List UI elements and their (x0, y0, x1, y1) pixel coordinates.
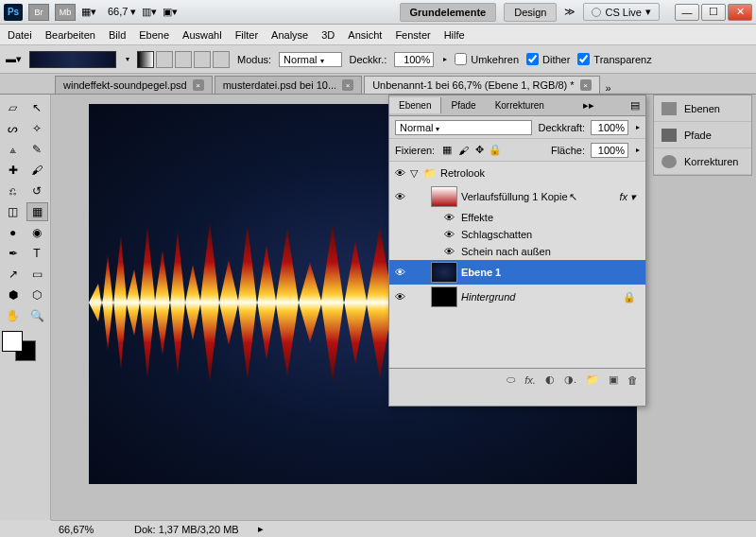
shape-tool[interactable]: ▭ (26, 265, 48, 284)
doc-tab-1-close[interactable]: × (342, 79, 353, 91)
layer-verlaufsfuellung[interactable]: 👁 Verlaufsfüllung 1 Kopie ↖ fx ▾ (389, 184, 645, 209)
menu-bild[interactable]: Bild (109, 29, 126, 41)
fg-color[interactable] (2, 331, 23, 352)
layer-name[interactable]: Ebene 1 (461, 267, 642, 278)
layer-group-retrolook[interactable]: 👁 ▽ 📁 Retrolook (389, 162, 645, 184)
visibility-icon[interactable]: 👁 (393, 167, 406, 179)
minimize-button[interactable]: — (675, 4, 699, 21)
tool-preset-icon[interactable]: ▬▾ (6, 53, 22, 65)
doc-tab-1[interactable]: musterdatei.psd bei 10...× (215, 76, 362, 94)
menu-filter[interactable]: Filter (235, 29, 258, 41)
workspace-grundelemente[interactable]: Grundelemente (400, 3, 497, 22)
zoom-tool[interactable]: 🔍 (26, 306, 48, 325)
visibility-icon[interactable]: 👁 (444, 246, 455, 257)
status-arrow[interactable]: ▸ (258, 523, 264, 535)
workspace-design[interactable]: Design (504, 3, 557, 22)
visibility-icon[interactable]: 👁 (444, 229, 455, 240)
gradient-tool[interactable]: ▦ (26, 202, 48, 221)
panel-collapse-icon[interactable]: ▸▸ (577, 99, 600, 112)
opacity-arrow[interactable]: ▸ (443, 55, 447, 63)
layer-name[interactable]: Verlaufsfüllung 1 Kopie (461, 191, 603, 202)
opacity-arrow[interactable]: ▸ (636, 123, 640, 131)
type-tool[interactable]: T (26, 244, 48, 263)
menu-3d[interactable]: 3D (321, 29, 335, 41)
menu-fenster[interactable]: Fenster (395, 29, 430, 41)
layer-thumb[interactable] (431, 186, 457, 207)
menu-hilfe[interactable]: Hilfe (444, 29, 465, 41)
brush-tool[interactable]: 🖌 (26, 161, 48, 180)
reverse-checkbox[interactable] (455, 53, 467, 65)
pen-tool[interactable]: ✒ (2, 244, 24, 263)
color-swatches[interactable] (2, 331, 40, 363)
gradient-reflected[interactable] (194, 51, 211, 68)
eyedropper-tool[interactable]: ✎ (26, 140, 48, 159)
menu-analyse[interactable]: Analyse (271, 29, 308, 41)
layer-hintergrund[interactable]: 👁 Hintergrund 🔒 (389, 285, 645, 309)
history-brush-tool[interactable]: ↺ (26, 182, 48, 200)
heal-tool[interactable]: ✚ (2, 161, 24, 180)
fx-badge[interactable]: fx ▾ (619, 191, 636, 203)
fill-arrow[interactable]: ▸ (636, 146, 640, 154)
lasso-tool[interactable]: ᔕ (2, 119, 24, 138)
layer-opacity-input[interactable]: 100% (591, 120, 628, 135)
status-zoom[interactable]: 66,67% (59, 524, 115, 535)
wand-tool[interactable]: ✧ (26, 119, 48, 138)
doc-tab-2-close[interactable]: × (580, 79, 592, 91)
gradient-diamond[interactable] (213, 51, 230, 68)
gradient-radial[interactable] (156, 51, 173, 68)
fill-input[interactable]: 100% (591, 143, 628, 158)
dock-ebenen[interactable]: Ebenen (654, 95, 751, 122)
visibility-icon[interactable]: 👁 (393, 291, 406, 303)
adjustment-icon[interactable]: ◑. (564, 373, 576, 386)
tab-korrekturen[interactable]: Korrekturen (486, 97, 554, 113)
doc-tab-0-close[interactable]: × (193, 79, 204, 91)
layer-thumb[interactable] (431, 286, 457, 307)
dock-korrekturen[interactable]: Korrekturen (654, 148, 751, 175)
layer-thumb[interactable] (431, 262, 457, 283)
3d-camera-tool[interactable]: ⬡ (26, 286, 48, 304)
group-name[interactable]: Retrolook (440, 167, 642, 179)
hand-tool[interactable]: ✋ (2, 306, 24, 325)
effect-schlagschatten[interactable]: 👁Schlagschatten (389, 226, 645, 243)
maximize-button[interactable]: ☐ (701, 4, 726, 21)
blend-mode-select[interactable]: Normal (395, 120, 532, 135)
dither-checkbox[interactable] (526, 53, 539, 65)
mask-icon[interactable]: ◐ (545, 373, 555, 386)
path-tool[interactable]: ↗ (2, 265, 24, 284)
tab-pfade[interactable]: Pfade (441, 97, 485, 113)
view-extras-icon[interactable]: ▦▾ (81, 6, 96, 18)
menu-ebene[interactable]: Ebene (139, 29, 169, 41)
3d-tool[interactable]: ⬢ (2, 286, 24, 304)
layer-name[interactable]: Hintergrund (461, 291, 619, 303)
cslive-button[interactable]: CS Live ▾ (583, 3, 660, 21)
move-arrow-tool[interactable]: ↖ (26, 98, 48, 117)
visibility-icon[interactable]: 👁 (393, 267, 406, 278)
gradient-angle[interactable] (175, 51, 192, 68)
tab-overflow-icon[interactable]: » (606, 82, 611, 94)
gradient-linear[interactable] (137, 51, 154, 68)
lock-transparency-icon[interactable]: ▦ (440, 144, 454, 157)
transparency-checkbox[interactable] (577, 53, 590, 65)
move-tool[interactable]: ▱ (2, 98, 24, 117)
layer-ebene-1[interactable]: 👁 Ebene 1 (389, 260, 645, 285)
minibridge-button[interactable]: Mb (55, 4, 76, 21)
dodge-tool[interactable]: ◉ (26, 223, 48, 242)
gradient-picker-arrow[interactable]: ▾ (126, 55, 129, 63)
fold-icon[interactable]: ▽ (410, 167, 420, 180)
group-icon[interactable]: 📁 (586, 373, 599, 386)
link-layers-icon[interactable]: ⬭ (507, 373, 515, 386)
close-button[interactable]: ✕ (728, 4, 752, 21)
panel-menu-icon[interactable]: ▤ (625, 99, 645, 112)
visibility-icon[interactable]: 👁 (444, 212, 455, 223)
arrange-icon[interactable]: ▥▾ (142, 6, 157, 18)
opacity-input[interactable]: 100% (394, 52, 434, 67)
tab-ebenen[interactable]: Ebenen (389, 97, 441, 113)
effects-header[interactable]: 👁Effekte (389, 209, 645, 226)
delete-layer-icon[interactable]: 🗑 (627, 374, 638, 386)
mode-select[interactable]: Normal (279, 52, 341, 67)
screen-mode-icon[interactable]: ▣▾ (163, 6, 178, 18)
menu-bearbeiten[interactable]: Bearbeiten (45, 29, 95, 41)
dock-pfade[interactable]: Pfade (654, 122, 751, 148)
bridge-button[interactable]: Br (28, 4, 49, 21)
new-layer-icon[interactable]: ▣ (609, 373, 618, 386)
